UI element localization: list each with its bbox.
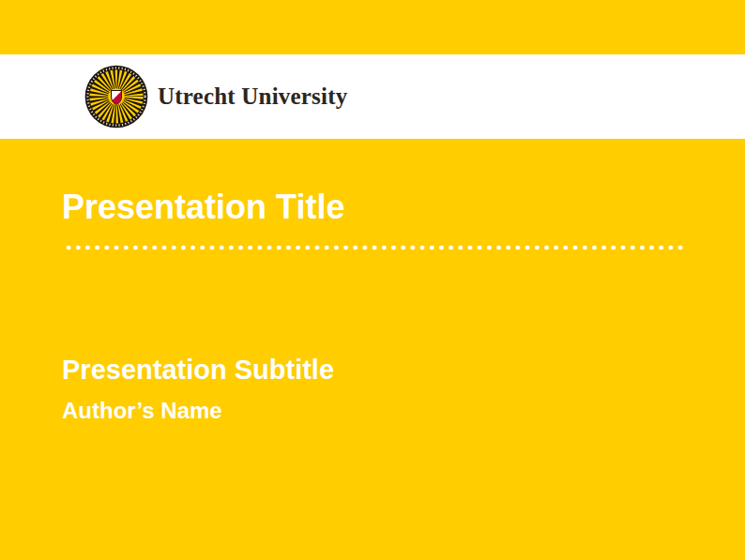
presentation-subtitle: Presentation Subtitle [62,356,334,386]
university-logo-lockup: Utrecht University [84,54,347,139]
presentation-title-slide: Utrecht University Presentation Title Pr… [0,0,745,560]
university-header-band: Utrecht University [0,54,745,139]
author-name: Author’s Name [62,399,222,423]
utrecht-university-sun-seal-icon [84,65,148,129]
dotted-divider [64,245,685,250]
university-wordmark: Utrecht University [158,83,347,110]
presentation-title: Presentation Title [62,189,344,226]
